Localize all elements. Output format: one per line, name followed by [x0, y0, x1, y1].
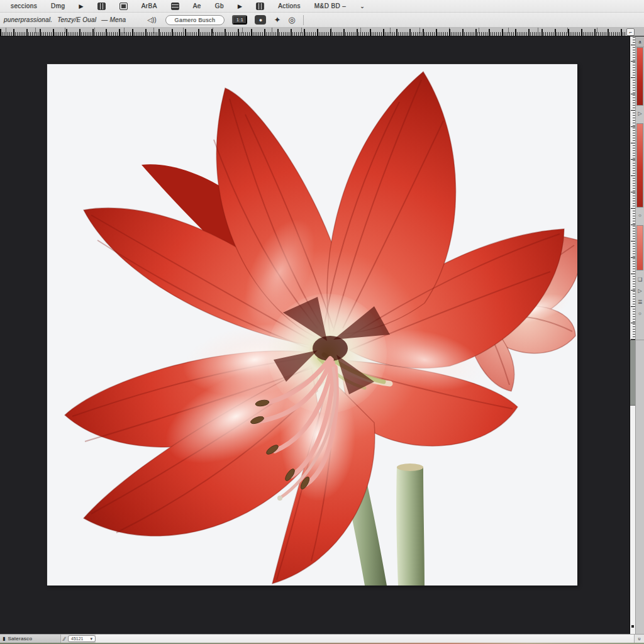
triangle-icon[interactable]: ▷ [636, 111, 644, 116]
play-icon[interactable]: ▶ [238, 3, 242, 9]
options-toolbar: punerprassional. Tenzy/E Oual — Mena ◁))… [0, 13, 644, 28]
square-icon[interactable]: ❏ [636, 277, 644, 282]
layers-icon[interactable] [171, 3, 179, 10]
status-icon: ▮ [3, 636, 5, 641]
menu-icon[interactable]: ☰ [636, 299, 644, 305]
document-canvas [47, 64, 577, 586]
chevron-down-icon[interactable]: ⌄ [360, 3, 365, 9]
right-panel: a ▷ ○ ❏ ▷ ☰ ○ [635, 36, 644, 634]
triangle-icon[interactable]: ▷ [636, 288, 644, 294]
resize-grip-icon: ∕∕ [64, 636, 65, 642]
toolbar-extra-text: — Mena [101, 16, 126, 23]
scrollbar-end-dot [631, 625, 634, 628]
vertical-ruler-ticks [630, 36, 635, 340]
menu-item-arba[interactable]: ArBA [142, 3, 157, 9]
flower-image [47, 64, 577, 586]
zoom-level-dropdown[interactable]: 45121 ▾ [68, 635, 96, 642]
caret-down-icon: ▾ [91, 636, 93, 641]
speaker-icon[interactable]: ◁)) [147, 16, 156, 23]
play-icon[interactable]: ▶ [79, 3, 83, 9]
menu-item-sessions[interactable]: seccions [11, 3, 37, 9]
navigation-star-icon[interactable]: ✦ [274, 16, 280, 24]
menu-item-actions[interactable]: Actions [278, 3, 301, 9]
horizontal-ruler: ⌐ [0, 28, 644, 36]
toolbar-field-text: Tenzy/E Oual [57, 16, 96, 23]
ruler-ticks [0, 28, 626, 36]
menu-bar: seccions Dmg ▶ ArBA Ae Gb ▶ Actions M&D … [0, 0, 644, 13]
flower-thumbnail-1[interactable] [636, 47, 643, 106]
toolbar-separator [303, 15, 304, 25]
grid-icon[interactable] [256, 3, 264, 10]
status-bar: ▮ Saterasco ∕∕ 45121 ▾ υ [0, 634, 644, 643]
zoom-level-value: 45121 [71, 636, 83, 641]
menu-item-mdbd[interactable]: M&D BD – [314, 3, 346, 9]
window-icon[interactable] [119, 3, 128, 10]
canvas-workspace: a ▷ ○ ❏ ▷ ☰ ○ [0, 36, 644, 634]
status-left-section: ▮ Saterasco [0, 635, 61, 643]
circle-icon[interactable]: ○ [636, 213, 644, 218]
toolbar-context-text: punerprassional. [4, 16, 52, 23]
scrollbar-thumb[interactable] [630, 340, 635, 406]
shape-mask-button[interactable]: ● [255, 15, 266, 25]
status-end-button[interactable]: υ [634, 635, 644, 643]
menu-item-ae[interactable]: Ae [193, 3, 201, 9]
status-message-area [96, 635, 634, 643]
circle-icon[interactable]: ○ [636, 311, 644, 316]
menu-item-gb[interactable]: Gb [215, 3, 224, 9]
panel-tab[interactable]: a [636, 36, 644, 47]
target-ring-icon[interactable]: ◎ [288, 16, 295, 24]
flower-thumbnail-2[interactable] [636, 123, 643, 208]
menu-item-dmg[interactable]: Dmg [51, 3, 65, 9]
panel-divider [636, 340, 644, 340]
mode-pill-button[interactable]: Gamero Busch [165, 15, 225, 25]
vertical-scrollbar [630, 36, 635, 634]
status-label: Saterasco [8, 636, 32, 641]
photo-editor-window: seccions Dmg ▶ ArBA Ae Gb ▶ Actions M&D … [0, 0, 644, 644]
zoom-ratio-button[interactable]: 1:1 [232, 15, 247, 25]
grid-icon[interactable] [97, 3, 106, 10]
flower-thumbnail-3[interactable] [636, 225, 643, 270]
ruler-corner-button[interactable]: ⌐ [626, 28, 635, 36]
